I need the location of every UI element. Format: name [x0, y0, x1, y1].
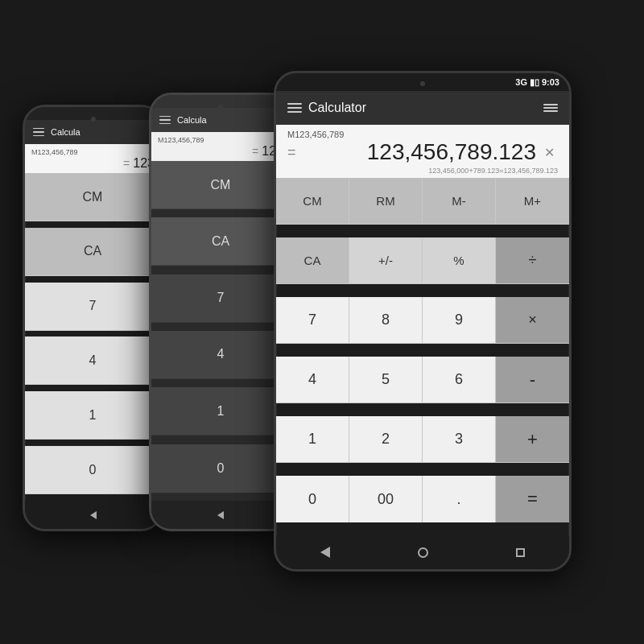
btn-equals[interactable]: =	[496, 476, 569, 522]
btn-cm-back[interactable]: CM	[25, 173, 161, 221]
status-icons: 3G ▮▯ 9:03	[515, 77, 559, 88]
btn-4-mid[interactable]: 4	[151, 331, 290, 379]
display-front: M123,456,789 = 123,456,789.123 ✕ 123,456…	[276, 125, 569, 178]
btn-3[interactable]: 3	[423, 416, 496, 463]
memory-front: M123,456,789	[287, 130, 558, 139]
app-bar-front: Calculator	[276, 91, 569, 125]
display-mid: M123,456,789 = 123	[151, 132, 290, 161]
btn-divide[interactable]: ÷	[496, 237, 569, 284]
signal-label: 3G	[515, 77, 527, 87]
memory-back: M123,456,789	[31, 148, 155, 156]
nav-bar-mid	[151, 501, 290, 529]
app-title-front: Calculator	[308, 101, 537, 115]
nav-home-front[interactable]	[418, 547, 428, 558]
btn-0-back[interactable]: 0	[25, 446, 161, 494]
overflow-menu-icon[interactable]	[543, 104, 558, 112]
battery-icon: ▮▯	[530, 77, 539, 88]
btn-8[interactable]: 8	[349, 297, 423, 344]
display-back: M123,456,789 = 123	[25, 144, 161, 173]
btn-plus[interactable]: +	[496, 416, 569, 463]
btn-7[interactable]: 7	[276, 297, 349, 344]
app-bar-mid: Calcula	[151, 108, 290, 132]
btn-ca-back[interactable]: CA	[25, 228, 161, 276]
nav-back-front[interactable]	[320, 547, 330, 558]
btn-4[interactable]: 4	[276, 357, 349, 403]
btn-ca-mid[interactable]: CA	[151, 217, 290, 266]
btn-5[interactable]: 5	[349, 357, 423, 403]
nav-bar-front	[276, 535, 569, 569]
btn-4-back[interactable]: 4	[25, 336, 161, 385]
btn-rm[interactable]: RM	[349, 178, 423, 225]
equation-front: 123,456,000+789.123=123,456,789.123	[287, 165, 558, 175]
btn-2[interactable]: 2	[349, 416, 423, 463]
app-title-back: Calcula	[51, 127, 153, 137]
btn-grid-back: CM CA 7 4 1 0	[25, 173, 161, 501]
btn-mminus[interactable]: M-	[423, 178, 496, 225]
phone-mid: Calcula M123,456,789 = 123 CM CA 7 4 1 0	[149, 93, 292, 531]
btn-plusminus[interactable]: +/-	[349, 237, 423, 284]
btn-6[interactable]: 6	[423, 357, 496, 403]
nav-bar-back	[25, 501, 161, 529]
btn-1-mid[interactable]: 1	[151, 387, 290, 436]
btn-ca[interactable]: CA	[276, 237, 349, 284]
time-label: 9:03	[542, 77, 559, 87]
btn-cm-mid[interactable]: CM	[151, 161, 290, 209]
btn-9[interactable]: 9	[423, 297, 496, 344]
btn-multiply[interactable]: ×	[496, 297, 569, 344]
btn-7-back[interactable]: 7	[25, 283, 161, 331]
btn-grid-front: CM RM M- M+ CA +/- % ÷ 7 8 9 × 4 5 6 -	[276, 178, 569, 535]
nav-back-mid[interactable]	[217, 511, 224, 519]
nav-back-back[interactable]	[90, 511, 97, 519]
equals-front: =	[287, 144, 296, 161]
equals-back: =	[123, 157, 130, 170]
equals-mid: =	[252, 145, 258, 158]
phone-front: 3G ▮▯ 9:03 Calculator M123,456,789 =	[274, 71, 572, 572]
btn-minus[interactable]: -	[496, 357, 569, 403]
hamburger-icon-front[interactable]	[287, 103, 302, 113]
btn-1-back[interactable]: 1	[25, 391, 161, 440]
app-title-mid: Calcula	[177, 115, 282, 125]
app-bar-back: Calcula	[25, 120, 161, 144]
camera-mid	[218, 105, 223, 109]
nav-recent-front[interactable]	[516, 548, 525, 557]
btn-00[interactable]: 00	[349, 476, 423, 522]
hamburger-icon-back[interactable]	[33, 128, 44, 137]
backspace-button[interactable]: ✕	[541, 143, 558, 162]
btn-0[interactable]: 0	[276, 476, 349, 522]
phone-back: Calcula M123,456,789 = 123 CM CA 7 4 1 0	[23, 105, 163, 531]
hamburger-icon-mid[interactable]	[159, 116, 171, 125]
btn-mplus[interactable]: M+	[496, 178, 569, 225]
btn-percent[interactable]: %	[423, 237, 496, 284]
camera-back	[91, 117, 96, 122]
btn-cm[interactable]: CM	[276, 178, 349, 225]
result-front: 123,456,789.123	[301, 139, 536, 165]
btn-grid-mid: CM CA 7 4 1 0	[151, 161, 290, 501]
btn-0-mid[interactable]: 0	[151, 444, 290, 493]
camera-front	[420, 81, 425, 86]
btn-dot[interactable]: .	[423, 476, 496, 522]
btn-7-mid[interactable]: 7	[151, 275, 290, 323]
scene: Calcula M123,456,789 = 123 CM CA 7 4 1 0	[0, 0, 644, 644]
memory-mid: M123,456,789	[158, 136, 283, 144]
btn-1[interactable]: 1	[276, 416, 349, 463]
